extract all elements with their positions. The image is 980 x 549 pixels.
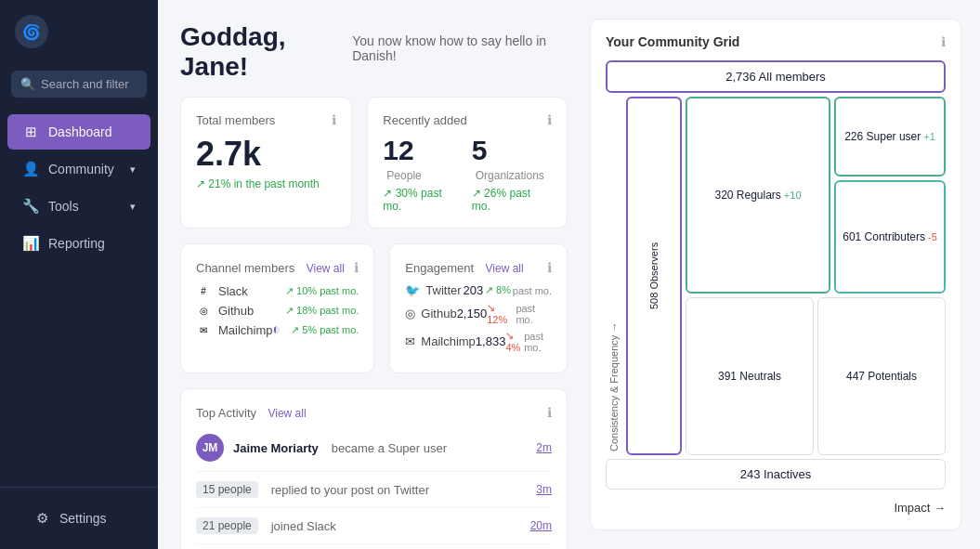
grid-title-row: Your Community Grid ℹ bbox=[606, 34, 946, 49]
observers-column: 508 Observers bbox=[626, 97, 682, 455]
sidebar-nav: ⊞ Dashboard 👤 Community ▾ 🔧 Tools ▾ 📊 Re… bbox=[0, 105, 158, 487]
engagement-card: Engagement View all ℹ 🐦 Twitter 203 ↗ 8%… bbox=[389, 243, 568, 373]
recently-orgs: 5 Organizations ↗ 26% past mo. bbox=[472, 135, 552, 213]
engagement-view-all[interactable]: View all bbox=[486, 262, 524, 275]
channel-github: ◎ Github ↗ 18% past mo. bbox=[196, 303, 359, 318]
grid-middle: Consistency & Frequency → 508 Observers bbox=[606, 97, 946, 455]
total-members-value: 2.7k bbox=[196, 135, 336, 174]
top-activity-label: Top Activity bbox=[196, 406, 256, 420]
eng-github: ◎ Github 2,150 ↘ 12% past mo. bbox=[405, 302, 552, 325]
info-icon[interactable]: ℹ bbox=[332, 112, 336, 127]
total-members-card: Total members ℹ 2.7k ↗ 21% in the past m… bbox=[180, 97, 352, 229]
settings-item[interactable]: ⚙ Settings bbox=[19, 501, 139, 536]
engagement-list: 🐦 Twitter 203 ↗ 8% past mo. ◎ Github 2,1… bbox=[405, 283, 552, 353]
app-logo: 🌀 bbox=[15, 15, 48, 48]
mailchimp-eng-icon: ✉ bbox=[405, 334, 415, 348]
sidebar-item-tools[interactable]: 🔧 Tools ▾ bbox=[7, 189, 150, 224]
avatar-jaime: JM bbox=[196, 434, 224, 462]
search-button[interactable]: 🔍 Search and filter bbox=[11, 71, 147, 98]
page-title: Goddag, Jane! bbox=[180, 22, 341, 82]
slack-icon: # bbox=[196, 283, 211, 298]
regulars-cell: 320 Regulars +10 bbox=[686, 97, 830, 294]
settings-icon: ⚙ bbox=[33, 510, 50, 527]
channel-list: # Slack ↗ 10% past mo. ◎ Github ↗ 18% pa… bbox=[196, 283, 359, 337]
tools-icon: 🔧 bbox=[22, 198, 39, 215]
activity-item-1: JM Jaime Moriarty became a Super user 2m bbox=[196, 425, 552, 472]
mailchimp-icon: ✉ bbox=[196, 322, 211, 337]
dashboard-icon: ⊞ bbox=[22, 124, 39, 140]
info-icon-2[interactable]: ℹ bbox=[547, 112, 552, 127]
superuser-cell: 226 Super user +1 bbox=[834, 97, 946, 176]
top-activity-card: Top Activity View all ℹ JM Jaime Moriart… bbox=[180, 388, 568, 549]
recently-people: 12 People ↗ 30% past mo. bbox=[383, 135, 452, 213]
github-eng-icon: ◎ bbox=[405, 307, 415, 320]
sidebar: 🌀 🔍 Search and filter ⊞ Dashboard 👤 Comm… bbox=[0, 0, 158, 549]
observers-cell: 508 Observers bbox=[626, 97, 682, 455]
mailchimp-bar-fill bbox=[274, 326, 276, 333]
recently-added-card: Recently added ℹ 12 People ↗ 30% past mo… bbox=[367, 97, 568, 229]
main-content: Goddag, Jane! You now know how to say he… bbox=[158, 0, 590, 549]
total-members-label: Total members bbox=[196, 113, 275, 127]
orgs-trend: ↗ 26% past mo. bbox=[472, 187, 552, 213]
top-cards-row: Total members ℹ 2.7k ↗ 21% in the past m… bbox=[180, 97, 568, 229]
middle-cards-row: Channel members View all ℹ # Slack ↗ 10%… bbox=[180, 243, 568, 373]
inactives-bar: 243 Inactives bbox=[606, 459, 946, 490]
search-icon: 🔍 bbox=[20, 77, 35, 91]
info-icon-3[interactable]: ℹ bbox=[354, 260, 359, 275]
community-grid-area: 2,736 All members Consistency & Frequenc… bbox=[606, 60, 946, 515]
potentials-cell: 447 Potentials bbox=[817, 297, 946, 455]
activity-item-2: 15 people replied to your post on Twitte… bbox=[196, 472, 552, 508]
activity-item-3: 21 people joined Slack 20m bbox=[196, 508, 552, 544]
neutrals-cell: 391 Neutrals bbox=[686, 297, 814, 455]
contributors-cell: 601 Contributers -5 bbox=[834, 180, 946, 294]
community-grid-card: Your Community Grid ℹ 2,736 All members … bbox=[590, 19, 961, 530]
twitter-icon: 🐦 bbox=[405, 283, 420, 297]
channel-mailchimp: ✉ Mailchimp ↗ 5% past mo. bbox=[196, 322, 359, 337]
activity-view-all[interactable]: View all bbox=[268, 407, 306, 420]
total-members-trend: ↗ 21% in the past month bbox=[196, 177, 336, 190]
chevron-down-icon: ▾ bbox=[130, 163, 136, 176]
sidebar-item-community[interactable]: 👤 Community ▾ bbox=[7, 151, 150, 187]
github-icon: ◎ bbox=[196, 303, 211, 318]
engagement-label: Engagement bbox=[405, 261, 474, 275]
mailchimp-bar bbox=[274, 326, 280, 333]
sidebar-bottom: ⚙ Settings bbox=[0, 487, 158, 549]
channel-members-label: Channel members bbox=[196, 261, 294, 275]
chevron-down-icon: ▾ bbox=[130, 201, 136, 213]
info-icon-4[interactable]: ℹ bbox=[547, 260, 552, 275]
info-icon-5[interactable]: ℹ bbox=[547, 405, 552, 420]
grid-info-icon[interactable]: ℹ bbox=[941, 34, 946, 49]
channel-members-card: Channel members View all ℹ # Slack ↗ 10%… bbox=[180, 243, 374, 373]
impact-link[interactable]: Impact → bbox=[606, 501, 946, 515]
consistency-axis-label: Consistency & Frequency → bbox=[606, 97, 622, 455]
activity-item-4: MF Miss Frizzle forked a repository on G… bbox=[196, 544, 552, 549]
page-subtitle: You now know how to say hello in Danish! bbox=[352, 33, 568, 63]
channel-view-all[interactable]: View all bbox=[307, 262, 345, 275]
channel-slack: # Slack ↗ 10% past mo. bbox=[196, 283, 359, 298]
sidebar-item-dashboard[interactable]: ⊞ Dashboard bbox=[7, 114, 150, 150]
all-members-bar: 2,736 All members bbox=[606, 60, 946, 93]
page-header: Goddag, Jane! You now know how to say he… bbox=[180, 22, 568, 82]
grid-columns: 508 Observers 320 Regulars +10 bbox=[626, 97, 946, 455]
eng-mailchimp: ✉ Mailchimp 1,833 ↘ 4% past mo. bbox=[405, 330, 552, 353]
right-panel: Your Community Grid ℹ 2,736 All members … bbox=[590, 0, 980, 549]
grid-title: Your Community Grid bbox=[606, 34, 739, 49]
community-icon: 👤 bbox=[22, 161, 39, 177]
people-trend: ↗ 30% past mo. bbox=[383, 187, 452, 213]
reporting-icon: 📊 bbox=[22, 235, 39, 252]
eng-twitter: 🐦 Twitter 203 ↗ 8% past mo. bbox=[405, 283, 552, 297]
recently-added-label: Recently added bbox=[383, 113, 466, 127]
logo-area: 🌀 bbox=[0, 0, 158, 63]
recently-row: 12 People ↗ 30% past mo. 5 Organizations… bbox=[383, 135, 552, 213]
sidebar-item-reporting[interactable]: 📊 Reporting bbox=[7, 226, 150, 261]
